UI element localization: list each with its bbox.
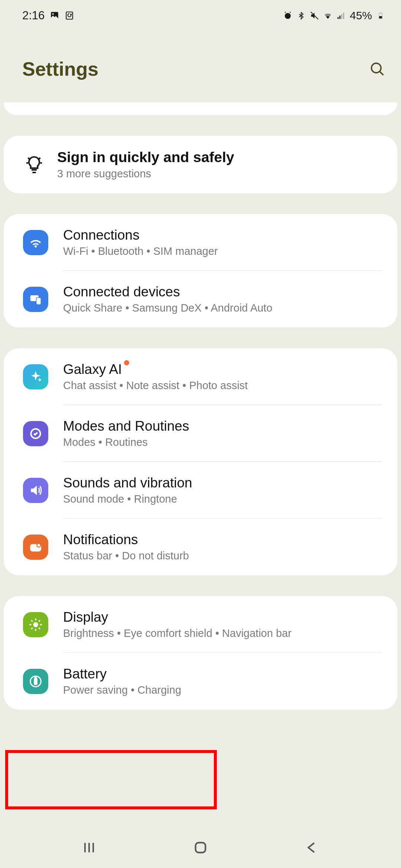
wifi-settings-icon <box>23 230 48 255</box>
svg-line-16 <box>28 158 30 159</box>
signal-icon <box>336 11 346 20</box>
item-subtitle: Wi-Fi • Bluetooth • SIM manager <box>63 245 382 257</box>
wifi-icon <box>323 11 333 20</box>
settings-group-connections: Connections Wi-Fi • Bluetooth • SIM mana… <box>4 214 397 328</box>
lightbulb-icon <box>23 154 45 176</box>
item-title: Display <box>63 609 108 625</box>
settings-item-battery[interactable]: Battery Power saving • Charging <box>4 653 397 710</box>
svg-point-22 <box>37 543 40 547</box>
item-subtitle: Status bar • Do not disturb <box>63 550 382 562</box>
suggestion-card[interactable]: Sign in quickly and safely 3 more sugges… <box>4 136 397 193</box>
settings-group-display: Display Brightness • Eye comfort shield … <box>4 596 397 710</box>
notifications-icon <box>23 535 48 560</box>
suggestion-title: Sign in quickly and safely <box>57 149 234 165</box>
item-title: Notifications <box>63 532 138 548</box>
svg-rect-5 <box>338 17 339 19</box>
mute-icon <box>310 11 319 20</box>
svg-line-17 <box>39 158 40 159</box>
bluetooth-icon <box>296 11 306 20</box>
svg-rect-33 <box>35 678 37 684</box>
svg-point-23 <box>33 622 38 627</box>
navigation-bar <box>0 827 401 868</box>
new-badge-dot <box>124 360 129 365</box>
battery-settings-icon <box>23 669 48 694</box>
svg-rect-10 <box>380 13 382 13</box>
display-sun-icon <box>23 612 48 637</box>
home-button[interactable] <box>191 838 210 857</box>
suggestion-subtitle: 3 more suggestions <box>57 168 382 180</box>
settings-item-notifications[interactable]: Notifications Status bar • Do not distur… <box>4 519 397 575</box>
settings-item-modes-routines[interactable]: Modes and Routines Modes • Routines <box>4 405 397 462</box>
alarm-icon <box>283 11 293 20</box>
item-title: Modes and Routines <box>63 418 189 434</box>
item-subtitle: Chat assist • Note assist • Photo assist <box>63 379 382 392</box>
svg-rect-38 <box>196 843 206 853</box>
item-subtitle: Brightness • Eye comfort shield • Naviga… <box>63 627 382 640</box>
routines-icon <box>23 421 48 446</box>
recents-button[interactable] <box>80 838 98 857</box>
item-title: Connected devices <box>63 284 180 300</box>
svg-rect-2 <box>66 12 73 19</box>
svg-line-13 <box>380 72 383 75</box>
devices-icon <box>23 287 48 312</box>
header: Settings <box>0 28 401 102</box>
settings-item-connections[interactable]: Connections Wi-Fi • Bluetooth • SIM mana… <box>4 214 397 271</box>
svg-line-28 <box>31 620 32 621</box>
item-subtitle: Power saving • Charging <box>63 684 382 696</box>
status-bar: 2:16 45% <box>0 0 401 28</box>
svg-point-12 <box>371 63 381 73</box>
settings-item-sounds-vibration[interactable]: Sounds and vibration Sound mode • Ringto… <box>4 462 397 519</box>
svg-point-3 <box>285 13 291 19</box>
sound-icon <box>23 478 48 503</box>
svg-line-31 <box>39 620 40 621</box>
settings-group-features: Galaxy AI Chat assist • Note assist • Ph… <box>4 348 397 575</box>
page-title: Settings <box>22 58 98 80</box>
battery-percentage: 45% <box>350 9 372 22</box>
search-button[interactable] <box>369 61 385 77</box>
item-title: Battery <box>63 666 107 682</box>
item-title: Sounds and vibration <box>63 475 192 491</box>
status-left: 2:16 <box>22 9 74 22</box>
svg-rect-34 <box>35 677 36 678</box>
svg-line-30 <box>31 628 32 629</box>
battery-icon <box>376 11 385 20</box>
ai-sparkle-icon <box>23 364 48 389</box>
item-title: Galaxy AI <box>63 362 122 377</box>
settings-item-galaxy-ai[interactable]: Galaxy AI Chat assist • Note assist • Ph… <box>4 348 397 405</box>
settings-item-connected-devices[interactable]: Connected devices Quick Share • Samsung … <box>4 271 397 328</box>
status-time: 2:16 <box>22 9 45 22</box>
settings-item-display[interactable]: Display Brightness • Eye comfort shield … <box>4 596 397 653</box>
status-right: 45% <box>283 9 385 22</box>
picture-icon <box>50 11 59 20</box>
svg-rect-8 <box>343 13 344 19</box>
back-button[interactable] <box>303 838 321 857</box>
highlight-annotation <box>5 750 217 809</box>
rounded-divider <box>4 102 397 115</box>
item-subtitle: Quick Share • Samsung DeX • Android Auto <box>63 302 382 314</box>
refresh-app-icon <box>65 11 74 20</box>
svg-rect-11 <box>379 16 382 19</box>
item-title: Connections <box>63 227 140 243</box>
svg-rect-6 <box>339 16 340 19</box>
item-subtitle: Sound mode • Ringtone <box>63 493 382 505</box>
svg-rect-7 <box>341 14 342 19</box>
svg-rect-19 <box>36 297 41 305</box>
item-subtitle: Modes • Routines <box>63 436 382 448</box>
svg-line-29 <box>39 628 40 629</box>
svg-point-1 <box>52 13 54 15</box>
